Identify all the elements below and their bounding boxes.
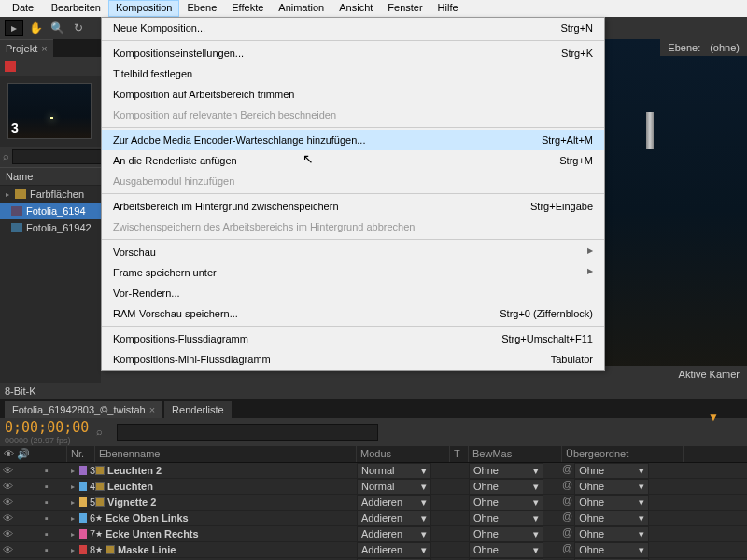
menu-item[interactable]: Zur Adobe Media Encoder-Warteschlange hi… (102, 130, 604, 150)
bit-depth[interactable]: 8-Bit-K (5, 385, 36, 397)
parent-dropdown[interactable]: Ohne▾ (574, 542, 649, 558)
menu-item[interactable]: An die Renderliste anfügenStrg+M (102, 150, 604, 171)
parent-dropdown[interactable]: Ohne▾ (574, 463, 649, 479)
menu-item: Komposition auf relevanten Bereich besch… (102, 105, 604, 125)
footer-bar: 8-Bit-K (0, 383, 747, 399)
file-row[interactable]: Fotolia_6194 (0, 203, 101, 219)
menu-item[interactable]: Arbeitsbereich im Hintergrund zwischensp… (102, 196, 604, 217)
pickwhip-icon[interactable]: @ (562, 526, 572, 542)
layername-header[interactable]: Ebenenname (95, 446, 357, 462)
file-row[interactable]: Fotolia_61942 (0, 219, 101, 236)
bewmas-header[interactable]: BewMas (469, 446, 562, 462)
menu-item[interactable]: Titelbild festlegen (102, 63, 604, 84)
composition-menu-dropdown: Neue Komposition...Strg+NKompositionsein… (101, 17, 605, 371)
parent-header[interactable]: Übergeordnet (562, 446, 684, 462)
selection-tool[interactable]: ▸ (5, 20, 23, 36)
layer-row[interactable]: 👁▪▸4LeuchtenNormal▾Ohne▾@Ohne▾ (0, 479, 747, 495)
pickwhip-icon[interactable]: @ (562, 463, 572, 479)
blend-mode-dropdown[interactable]: Addieren▾ (357, 511, 431, 526)
lock-toggle[interactable]: ▪ (41, 512, 52, 524)
timeline-tab[interactable]: Fotolia_61942803_©_twistah× (5, 401, 162, 418)
pickwhip-icon[interactable]: @ (562, 542, 572, 558)
layer-row[interactable]: 👁▪▸8★Maske LinieAddieren▾Ohne▾@Ohne▾ (0, 542, 747, 558)
layer-row[interactable]: 👁▪▸7★Ecke Unten RechtsAddieren▾Ohne▾@Ohn… (0, 526, 747, 542)
parent-dropdown[interactable]: Ohne▾ (574, 526, 649, 542)
lock-toggle[interactable]: ▪ (41, 497, 52, 508)
project-panel: Projekt× 3 ⌕ Name ▸FarbflächenFotolia_61… (0, 39, 101, 383)
menu-ansicht[interactable]: Ansicht (331, 0, 380, 17)
trackmatte-dropdown[interactable]: Ohne▾ (469, 479, 543, 495)
time-marker-icon[interactable]: ▼ (708, 411, 719, 424)
menu-item[interactable]: Kompositionseinstellungen...Strg+K (102, 43, 604, 63)
menu-bar: DateiBearbeitenKompositionEbeneEffekteAn… (0, 0, 747, 17)
timeline-tab[interactable]: Renderliste (164, 401, 232, 418)
visibility-toggle[interactable]: 👁 (2, 544, 13, 555)
trackmatte-header[interactable]: T (450, 446, 469, 462)
zoom-tool[interactable]: 🔍 (48, 20, 66, 36)
record-icon[interactable] (5, 61, 16, 72)
menu-item[interactable]: Komposition auf Arbeitsbereich trimmen (102, 84, 604, 105)
blend-mode-dropdown[interactable]: Addieren▾ (357, 495, 431, 511)
number-header[interactable]: Nr. (67, 446, 95, 462)
name-column-header[interactable]: Name (0, 167, 101, 186)
menu-item[interactable]: Kompositions-Mini-FlussdiagrammTabulator (102, 349, 604, 370)
current-timecode[interactable]: 0;00;00;00 (5, 419, 89, 436)
layer-row[interactable]: 👁▪▸5Vignette 2Addieren▾Ohne▾@Ohne▾ (0, 495, 747, 511)
menu-item[interactable]: Vorschau▶ (102, 242, 604, 262)
visibility-toggle[interactable]: 👁 (2, 481, 13, 492)
active-camera-label[interactable]: Aktive Kamer (679, 369, 740, 380)
visibility-toggle[interactable]: 👁 (2, 512, 13, 524)
close-icon[interactable]: × (41, 43, 47, 54)
trackmatte-dropdown[interactable]: Ohne▾ (469, 495, 543, 511)
viewer-layer-selector[interactable]: Ebene: (ohne) (660, 39, 747, 56)
menu-item[interactable]: Vor-Rendern... (102, 283, 604, 303)
project-tab[interactable]: Projekt× (0, 39, 53, 57)
menu-ebene[interactable]: Ebene (179, 0, 224, 17)
trackmatte-dropdown[interactable]: Ohne▾ (469, 511, 543, 526)
layer-row[interactable]: 👁▪▸6★Ecke Oben LinksAddieren▾Ohne▾@Ohne▾ (0, 511, 747, 526)
menu-item[interactable]: Kompositions-FlussdiagrammStrg+Umschalt+… (102, 329, 604, 349)
blend-mode-dropdown[interactable]: Normal▾ (357, 479, 431, 495)
parent-dropdown[interactable]: Ohne▾ (574, 511, 649, 526)
visibility-toggle[interactable]: 👁 (2, 465, 13, 476)
project-toolbar (0, 57, 101, 76)
lock-toggle[interactable]: ▪ (41, 544, 52, 555)
menu-item: Ausgabemodul hinzufügen (102, 171, 604, 191)
pickwhip-icon[interactable]: @ (562, 511, 572, 526)
parent-dropdown[interactable]: Ohne▾ (574, 495, 649, 511)
parent-dropdown[interactable]: Ohne▾ (574, 479, 649, 495)
visibility-toggle[interactable]: 👁 (2, 497, 13, 508)
lock-toggle[interactable]: ▪ (41, 481, 52, 492)
menu-datei[interactable]: Datei (5, 0, 44, 17)
menu-item[interactable]: Neue Komposition...Strg+N (102, 18, 604, 38)
file-row[interactable]: ▸Farbflächen (0, 186, 101, 203)
lock-toggle[interactable]: ▪ (41, 465, 52, 476)
hand-tool[interactable]: ✋ (26, 20, 45, 36)
trackmatte-dropdown[interactable]: Ohne▾ (469, 542, 543, 558)
timeline-search-input[interactable] (117, 424, 378, 441)
blend-mode-dropdown[interactable]: Normal▾ (357, 463, 431, 479)
blend-mode-dropdown[interactable]: Addieren▾ (357, 542, 431, 558)
pickwhip-icon[interactable]: @ (562, 495, 572, 511)
search-icon[interactable]: ⌕ (3, 150, 9, 163)
trackmatte-dropdown[interactable]: Ohne▾ (469, 463, 543, 479)
menu-animation[interactable]: Animation (271, 0, 331, 17)
menu-komposition[interactable]: Komposition (108, 0, 180, 17)
mode-header[interactable]: Modus (357, 446, 450, 462)
blend-mode-dropdown[interactable]: Addieren▾ (357, 526, 431, 542)
search-icon[interactable]: ⌕ (96, 426, 109, 439)
menu-hilfe[interactable]: Hilfe (430, 0, 466, 17)
menu-item[interactable]: RAM-Vorschau speichern...Strg+0 (Ziffern… (102, 303, 604, 324)
visibility-toggle[interactable]: 👁 (2, 528, 13, 539)
menu-effekte[interactable]: Effekte (224, 0, 271, 17)
menu-item[interactable]: Frame speichern unter▶ (102, 262, 604, 283)
layer-row[interactable]: 👁▪▸3Leuchten 2Normal▾Ohne▾@Ohne▾ (0, 463, 747, 479)
menu-fenster[interactable]: Fenster (380, 0, 430, 17)
lock-toggle[interactable]: ▪ (41, 528, 52, 539)
composition-thumbnail[interactable]: 3 (7, 83, 92, 139)
rotate-tool[interactable]: ↻ (69, 20, 88, 36)
menu-bearbeiten[interactable]: Bearbeiten (44, 0, 108, 17)
trackmatte-dropdown[interactable]: Ohne▾ (469, 526, 543, 542)
visibility-header[interactable]: 👁 🔊 (0, 446, 67, 462)
pickwhip-icon[interactable]: @ (562, 479, 572, 495)
